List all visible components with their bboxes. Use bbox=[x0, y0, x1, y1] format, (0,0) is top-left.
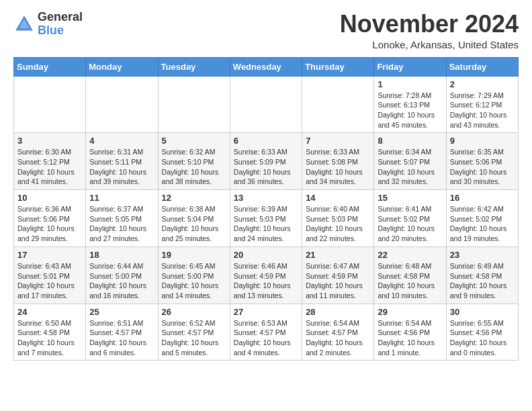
col-monday: Monday bbox=[86, 57, 158, 76]
day-number: 15 bbox=[378, 193, 442, 203]
day-info: Sunrise: 6:33 AMSunset: 5:08 PMDaylight:… bbox=[306, 147, 370, 187]
day-info-line: Sunrise: 6:33 AM bbox=[306, 148, 359, 156]
day-info-line: and 30 minutes. bbox=[450, 177, 500, 185]
day-info: Sunrise: 6:39 AMSunset: 5:03 PMDaylight:… bbox=[234, 204, 298, 244]
day-info-line: Sunrise: 6:34 AM bbox=[378, 148, 431, 156]
day-info: Sunrise: 6:31 AMSunset: 5:11 PMDaylight:… bbox=[89, 147, 154, 187]
calendar-cell bbox=[302, 76, 374, 133]
day-info-line: Sunset: 6:12 PM bbox=[450, 101, 502, 109]
calendar-cell bbox=[158, 76, 230, 133]
day-number: 30 bbox=[450, 307, 515, 317]
day-info-line: and 1 minute. bbox=[378, 349, 420, 357]
day-number: 22 bbox=[378, 250, 442, 260]
calendar-cell: 20Sunrise: 6:46 AMSunset: 4:59 PMDayligh… bbox=[230, 246, 302, 304]
day-info-line: Sunset: 5:00 PM bbox=[89, 272, 142, 280]
logo-text: General Blue bbox=[38, 11, 83, 38]
day-info-line: Daylight: 10 hours bbox=[234, 338, 291, 347]
col-tuesday: Tuesday bbox=[158, 57, 230, 76]
day-info-line: and 16 minutes. bbox=[89, 291, 140, 300]
calendar-cell: 8Sunrise: 6:34 AMSunset: 5:07 PMDaylight… bbox=[374, 133, 446, 190]
day-info: Sunrise: 6:55 AMSunset: 4:56 PMDaylight:… bbox=[450, 318, 515, 358]
day-number: 19 bbox=[162, 250, 226, 260]
col-wednesday: Wednesday bbox=[230, 57, 302, 76]
calendar-cell: 23Sunrise: 6:49 AMSunset: 4:58 PMDayligh… bbox=[446, 246, 518, 304]
calendar-cell bbox=[14, 76, 86, 133]
day-info-line: Sunrise: 6:38 AM bbox=[162, 205, 216, 213]
day-info-line: Sunset: 4:59 PM bbox=[234, 272, 286, 280]
day-info-line: Sunset: 5:09 PM bbox=[234, 158, 286, 166]
day-info: Sunrise: 6:43 AMSunset: 5:01 PMDaylight:… bbox=[17, 261, 82, 301]
day-info-line: Sunrise: 6:32 AM bbox=[162, 148, 216, 156]
day-info: Sunrise: 6:41 AMSunset: 5:02 PMDaylight:… bbox=[378, 204, 442, 244]
calendar-cell: 25Sunrise: 6:51 AMSunset: 4:57 PMDayligh… bbox=[86, 304, 158, 361]
day-info-line: Sunrise: 6:41 AM bbox=[378, 205, 431, 213]
day-info-line: Sunset: 5:06 PM bbox=[17, 215, 70, 223]
day-info-line: and 5 minutes. bbox=[162, 349, 208, 357]
calendar-cell: 11Sunrise: 6:37 AMSunset: 5:05 PMDayligh… bbox=[86, 190, 158, 247]
calendar-cell: 19Sunrise: 6:45 AMSunset: 5:00 PMDayligh… bbox=[158, 246, 230, 304]
col-friday: Friday bbox=[374, 57, 446, 76]
day-number: 14 bbox=[306, 193, 370, 203]
day-info-line: Daylight: 10 hours bbox=[17, 224, 75, 232]
day-info-line: Sunset: 4:58 PM bbox=[450, 272, 502, 280]
day-info-line: and 43 minutes. bbox=[450, 121, 500, 129]
day-info-line: Daylight: 10 hours bbox=[234, 281, 291, 289]
col-thursday: Thursday bbox=[302, 57, 374, 76]
calendar-cell: 10Sunrise: 6:36 AMSunset: 5:06 PMDayligh… bbox=[14, 190, 86, 247]
day-number: 17 bbox=[17, 250, 82, 260]
calendar-cell: 21Sunrise: 6:47 AMSunset: 4:59 PMDayligh… bbox=[302, 246, 374, 304]
calendar-cell: 2Sunrise: 7:29 AMSunset: 6:12 PMDaylight… bbox=[446, 76, 518, 133]
day-info-line: Sunrise: 6:31 AM bbox=[89, 148, 143, 156]
day-info: Sunrise: 6:54 AMSunset: 4:56 PMDaylight:… bbox=[378, 318, 442, 358]
day-number: 24 bbox=[17, 307, 82, 317]
day-number: 8 bbox=[378, 136, 442, 146]
calendar-cell: 28Sunrise: 6:54 AMSunset: 4:57 PMDayligh… bbox=[302, 304, 374, 361]
day-info: Sunrise: 7:29 AMSunset: 6:12 PMDaylight:… bbox=[450, 91, 515, 130]
day-info: Sunrise: 6:48 AMSunset: 4:58 PMDaylight:… bbox=[378, 261, 442, 301]
calendar-cell: 30Sunrise: 6:55 AMSunset: 4:56 PMDayligh… bbox=[446, 304, 518, 361]
day-info-line: Sunrise: 6:44 AM bbox=[89, 262, 143, 270]
day-info-line: Daylight: 10 hours bbox=[17, 168, 75, 176]
day-info-line: Daylight: 10 hours bbox=[89, 224, 146, 232]
day-number: 3 bbox=[17, 136, 82, 146]
calendar-cell: 26Sunrise: 6:52 AMSunset: 4:57 PMDayligh… bbox=[158, 304, 230, 361]
day-info-line: Sunrise: 6:53 AM bbox=[234, 319, 287, 327]
col-saturday: Saturday bbox=[446, 57, 518, 76]
day-info-line: Daylight: 10 hours bbox=[378, 168, 435, 176]
day-info-line: Sunset: 5:02 PM bbox=[450, 215, 502, 223]
day-info-line: and 27 minutes. bbox=[89, 234, 140, 242]
day-info-line: and 2 minutes. bbox=[306, 349, 352, 357]
day-info-line: Daylight: 10 hours bbox=[450, 111, 507, 119]
day-info-line: Daylight: 10 hours bbox=[162, 338, 219, 347]
day-info-line: Daylight: 10 hours bbox=[306, 281, 363, 289]
day-info-line: and 25 minutes. bbox=[162, 234, 212, 242]
calendar-cell: 13Sunrise: 6:39 AMSunset: 5:03 PMDayligh… bbox=[230, 190, 302, 247]
day-info-line: Daylight: 10 hours bbox=[162, 168, 219, 176]
day-info-line: Sunrise: 6:54 AM bbox=[306, 319, 359, 327]
day-info-line: and 41 minutes. bbox=[17, 177, 68, 185]
day-info-line: Sunrise: 7:29 AM bbox=[450, 91, 504, 99]
title-block: November 2024 Lonoke, Arkansas, United S… bbox=[340, 11, 519, 50]
day-info-line: Daylight: 10 hours bbox=[162, 224, 219, 232]
day-number: 9 bbox=[450, 136, 515, 146]
day-info: Sunrise: 6:52 AMSunset: 4:57 PMDaylight:… bbox=[162, 318, 226, 358]
day-info-line: and 11 minutes. bbox=[306, 291, 356, 300]
logo-general-text: General bbox=[38, 11, 83, 24]
day-info-line: and 13 minutes. bbox=[234, 291, 284, 300]
day-info-line: and 0 minutes. bbox=[450, 349, 496, 357]
day-info-line: and 32 minutes. bbox=[378, 177, 428, 185]
day-info: Sunrise: 7:28 AMSunset: 6:13 PMDaylight:… bbox=[378, 91, 442, 130]
day-info-line: Sunset: 5:02 PM bbox=[378, 215, 430, 223]
day-info-line: Sunrise: 6:48 AM bbox=[378, 262, 431, 270]
day-info-line: and 29 minutes. bbox=[17, 234, 68, 242]
day-info-line: Sunset: 4:57 PM bbox=[234, 328, 286, 336]
day-info-line: and 9 minutes. bbox=[450, 291, 496, 300]
calendar-cell: 27Sunrise: 6:53 AMSunset: 4:57 PMDayligh… bbox=[230, 304, 302, 361]
day-number: 16 bbox=[450, 193, 515, 203]
day-number: 13 bbox=[234, 193, 298, 203]
day-info-line: and 19 minutes. bbox=[450, 234, 500, 242]
day-info-line: Sunrise: 6:47 AM bbox=[306, 262, 359, 270]
calendar-cell bbox=[86, 76, 158, 133]
day-info: Sunrise: 6:36 AMSunset: 5:06 PMDaylight:… bbox=[17, 204, 82, 244]
day-info-line: Sunset: 4:57 PM bbox=[162, 328, 214, 336]
